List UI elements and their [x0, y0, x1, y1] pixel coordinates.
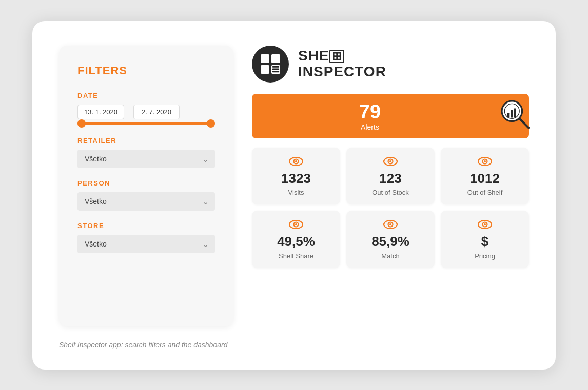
svg-line-13	[293, 157, 293, 158]
svg-line-26	[487, 157, 488, 158]
date-filter-section: DATE 13. 1. 2020 2. 7. 2020	[77, 92, 215, 126]
magnifier-icon	[497, 96, 534, 133]
store-dropdown-wrapper: Všetko ⌄	[77, 235, 215, 253]
logo-grid-cell-4	[271, 65, 280, 74]
svg-point-29	[295, 223, 297, 225]
svg-point-11	[295, 160, 297, 162]
filters-panel: FILTERS DATE 13. 1. 2020 2. 7. 2020 RETA…	[59, 46, 233, 326]
svg-rect-2	[272, 71, 279, 72]
svg-rect-1	[272, 68, 279, 70]
store-select[interactable]: Všetko	[77, 235, 215, 253]
stat-value-5: $	[481, 234, 488, 249]
logo-shelf-text: SHE⊞	[298, 49, 386, 64]
store-filter-section: STORE Všetko ⌄	[77, 222, 215, 253]
logo-grid-cell-2	[271, 54, 280, 63]
stat-value-1: 123	[379, 171, 401, 186]
svg-line-31	[293, 221, 293, 221]
stat-value-0: 1323	[281, 171, 311, 186]
date-range-row: 13. 1. 2020 2. 7. 2020	[77, 105, 215, 119]
main-content: FILTERS DATE 13. 1. 2020 2. 7. 2020 RETA…	[59, 46, 529, 326]
eye-icon-4	[383, 220, 398, 231]
svg-point-35	[389, 223, 391, 225]
svg-line-32	[299, 221, 299, 221]
eye-icon-2	[478, 157, 492, 168]
alert-icon-wrapper	[497, 96, 534, 135]
stat-value-4: 85,9%	[371, 234, 409, 249]
svg-line-20	[393, 157, 394, 158]
svg-rect-6	[511, 110, 513, 117]
stat-name-3: Shelf Share	[279, 252, 313, 260]
svg-line-25	[482, 157, 482, 158]
logo-circle	[252, 46, 289, 83]
date-from: 13. 1. 2020	[77, 105, 124, 119]
stat-name-1: Out of Stock	[372, 189, 409, 196]
stat-name-2: Out of Shelf	[467, 189, 503, 196]
retailer-dropdown-wrapper: Všetko ⌄	[77, 150, 215, 168]
slider-thumb-right[interactable]	[207, 119, 215, 128]
alert-bar: 79 Alerts	[252, 94, 529, 138]
svg-line-44	[487, 221, 488, 221]
eye-icon-1	[383, 157, 398, 168]
svg-line-19	[387, 157, 388, 158]
logo-text: SHE⊞ INSPECTOR	[298, 49, 386, 78]
main-card: FILTERS DATE 13. 1. 2020 2. 7. 2020 RETA…	[32, 21, 556, 370]
stat-card-0[interactable]: 1323Visits	[252, 148, 340, 205]
eye-icon-3	[289, 220, 303, 231]
alert-bar-wrapper: 79 Alerts	[252, 94, 529, 138]
store-label: STORE	[77, 222, 215, 230]
stat-card-2[interactable]: 1012Out of Shelf	[441, 148, 529, 205]
logo-grid-icon	[261, 54, 280, 74]
person-filter-section: PERSON Všetko ⌄	[77, 179, 215, 211]
eye-icon-0	[289, 157, 303, 168]
stat-name-0: Visits	[288, 189, 304, 196]
svg-point-41	[484, 223, 486, 225]
retailer-label: RETAILER	[77, 137, 215, 145]
logo-inspector-text: INSPECTOR	[298, 65, 386, 79]
svg-line-14	[299, 157, 299, 158]
svg-rect-5	[507, 113, 510, 117]
filters-title: FILTERS	[77, 64, 215, 77]
svg-line-43	[482, 221, 482, 221]
stat-card-1[interactable]: 123Out of Stock	[346, 148, 435, 205]
stat-card-3[interactable]: 49,5%Shelf Share	[252, 211, 340, 268]
person-label: PERSON	[77, 179, 215, 187]
dashboard-header: SHE⊞ INSPECTOR	[252, 46, 529, 83]
stat-name-4: Match	[381, 252, 399, 260]
alert-content: 79 Alerts	[359, 101, 381, 131]
stat-name-5: Pricing	[475, 252, 495, 260]
stat-card-4[interactable]: 85,9%Match	[346, 211, 435, 268]
logo-grid-cell-1	[261, 54, 269, 63]
retailer-filter-section: RETAILER Všetko ⌄	[77, 137, 215, 168]
date-label: DATE	[77, 92, 215, 99]
date-to: 2. 7. 2020	[133, 105, 180, 119]
alert-number: 79	[359, 101, 381, 123]
date-slider-track[interactable]	[77, 122, 215, 125]
slider-thumb-left[interactable]	[77, 119, 86, 128]
eye-icon-5	[478, 220, 492, 231]
caption: Shelf Inspector app: search filters and …	[59, 341, 529, 349]
stats-grid: 1323Visits 123Out of Stock 1012Out of Sh…	[252, 148, 529, 268]
svg-rect-7	[514, 108, 516, 117]
person-select[interactable]: Všetko	[77, 192, 215, 211]
svg-rect-0	[272, 66, 279, 67]
svg-line-8	[520, 119, 528, 128]
alert-label: Alerts	[359, 123, 381, 131]
stat-value-3: 49,5%	[277, 234, 315, 249]
retailer-select[interactable]: Všetko	[77, 150, 215, 168]
svg-point-23	[484, 160, 486, 162]
stat-value-2: 1012	[470, 171, 500, 186]
person-dropdown-wrapper: Všetko ⌄	[77, 192, 215, 211]
svg-point-17	[389, 160, 391, 162]
svg-line-38	[393, 221, 394, 221]
logo-grid-cell-3	[261, 65, 269, 74]
svg-line-37	[387, 221, 388, 221]
dashboard-panel: SHE⊞ INSPECTOR 79 Alerts	[252, 46, 529, 326]
stat-card-5[interactable]: $Pricing	[441, 211, 529, 268]
